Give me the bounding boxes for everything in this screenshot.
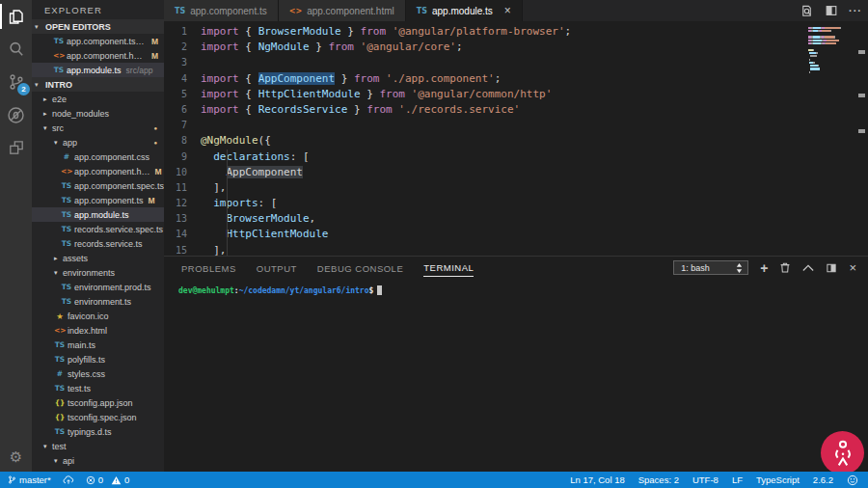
tab-close-icon[interactable]: × bbox=[504, 6, 511, 15]
panel-header: PROBLEMSOUTPUTDEBUG CONSOLETERMINAL 1: b… bbox=[164, 257, 868, 279]
line-number: 1 bbox=[164, 24, 201, 40]
git-modified-badge: M bbox=[151, 51, 158, 61]
tree-item[interactable]: ★favicon.ico bbox=[32, 309, 164, 323]
open-editor-item[interactable]: <>app.component.h…M bbox=[32, 48, 164, 63]
code-text: ], bbox=[201, 243, 227, 256]
folder-twisty-icon: ▸ bbox=[54, 255, 63, 262]
panel-tab-terminal[interactable]: TERMINAL bbox=[423, 258, 474, 277]
indentation-item[interactable]: Spaces: 2 bbox=[638, 474, 679, 485]
tree-item[interactable]: ▾api bbox=[32, 453, 164, 468]
split-terminal-icon[interactable] bbox=[826, 262, 837, 274]
version-item[interactable]: 2.6.2 bbox=[813, 474, 833, 485]
code-area: 1import { BrowserModule } from '@angular… bbox=[164, 24, 806, 256]
folder-twisty-icon: ▾ bbox=[54, 269, 63, 277]
tree-item[interactable]: ▾environments bbox=[32, 265, 164, 280]
feedback-smiley-icon[interactable] bbox=[847, 474, 858, 486]
file-search-icon[interactable] bbox=[800, 4, 814, 18]
tab-app.component.ts[interactable]: TSapp.component.ts bbox=[164, 0, 279, 21]
tree-item[interactable]: {}tsconfig.spec.json bbox=[32, 410, 164, 424]
file-label: main.ts bbox=[68, 340, 95, 350]
open-editors-header[interactable]: ▾ OPEN EDITORS bbox=[32, 19, 164, 34]
language-item[interactable]: TypeScript bbox=[756, 474, 800, 485]
panel-tab-debug-console[interactable]: DEBUG CONSOLE bbox=[317, 259, 403, 277]
git-branch-icon bbox=[8, 474, 16, 485]
search-icon[interactable] bbox=[0, 33, 32, 66]
code-line: 13 BrowserModule, bbox=[164, 211, 806, 227]
extensions-box-icon bbox=[8, 139, 25, 156]
more-actions-icon[interactable]: ··· bbox=[849, 5, 862, 16]
magnifier-icon bbox=[8, 41, 25, 58]
tree-item[interactable]: TSrecords.service.spec.ts bbox=[32, 222, 164, 236]
file-type-icon: <> bbox=[61, 167, 72, 176]
new-terminal-icon[interactable]: + bbox=[760, 260, 768, 276]
sync-icon[interactable] bbox=[63, 474, 74, 485]
tree-item[interactable]: TSapp.module.ts bbox=[32, 207, 164, 222]
file-label: typings.d.ts bbox=[68, 427, 112, 437]
encoding-item[interactable]: UTF-8 bbox=[692, 474, 719, 485]
tree-item[interactable]: TSapp.component.tsM bbox=[32, 193, 164, 207]
tree-item[interactable]: ▾test bbox=[32, 439, 164, 453]
explorer-icon[interactable] bbox=[0, 0, 32, 33]
open-editor-path: src/app bbox=[126, 66, 153, 75]
panel-tab-problems[interactable]: PROBLEMS bbox=[181, 259, 236, 277]
tab-app.module.ts[interactable]: TSapp.module.ts× bbox=[406, 0, 523, 21]
panel-tab-output[interactable]: OUTPUT bbox=[257, 259, 297, 277]
line-number: 7 bbox=[164, 118, 201, 133]
eol-item[interactable]: LF bbox=[732, 474, 743, 485]
folder-label: node_modules bbox=[52, 109, 109, 119]
warning-icon bbox=[111, 475, 122, 485]
tree-item[interactable]: TSenvironment.prod.ts bbox=[32, 280, 164, 294]
tree-item[interactable]: ▾src● bbox=[32, 121, 164, 135]
open-editor-item[interactable]: TSapp.component.ts…M bbox=[32, 34, 164, 48]
folder-label: e2e bbox=[52, 95, 67, 104]
folder-twisty-icon: ▸ bbox=[43, 95, 52, 103]
kill-terminal-icon[interactable] bbox=[779, 261, 791, 274]
code-line: 6import { RecordsService } from './recor… bbox=[164, 102, 806, 118]
problems-item[interactable]: 0 0 bbox=[86, 474, 130, 485]
extensions-icon[interactable] bbox=[0, 131, 32, 164]
tree-item[interactable]: TSrecords.service.ts bbox=[32, 236, 164, 251]
split-editor-icon[interactable] bbox=[825, 4, 838, 17]
file-type-icon: # bbox=[54, 369, 66, 378]
tree-item[interactable]: #app.component.css bbox=[32, 149, 164, 164]
tree-item[interactable]: ▸assets bbox=[32, 251, 164, 265]
tree-item[interactable]: <>index.html bbox=[32, 323, 164, 338]
tree-item[interactable]: TStest.ts bbox=[32, 381, 164, 395]
tree-item[interactable]: TSapp.component.spec.ts bbox=[32, 178, 164, 193]
file-type-icon: TS bbox=[53, 37, 65, 45]
folder-label: src bbox=[52, 123, 64, 133]
tree-item[interactable]: <>app.component.h…M bbox=[32, 164, 164, 178]
folder-twisty-icon: ▾ bbox=[43, 124, 52, 132]
file-type-icon: TS bbox=[61, 225, 72, 233]
tree-item[interactable]: ▸e2e bbox=[32, 92, 164, 106]
minimap[interactable] bbox=[808, 26, 853, 73]
tree-item[interactable]: TSpolyfills.ts bbox=[32, 352, 164, 366]
close-panel-icon[interactable]: × bbox=[849, 260, 856, 275]
terminal[interactable]: dev@mehulmpt:~/codedamn/yt/angular6/intr… bbox=[164, 279, 868, 295]
tree-item[interactable]: #styles.css bbox=[32, 366, 164, 381]
settings-gear-icon[interactable]: ⚙ bbox=[0, 448, 32, 466]
maximize-panel-icon[interactable] bbox=[802, 263, 814, 272]
shell-selector[interactable]: 1: bash bbox=[673, 260, 748, 275]
open-editor-item[interactable]: TSapp.module.tssrc/app bbox=[32, 63, 164, 77]
tree-item[interactable]: TSmain.ts bbox=[32, 338, 164, 352]
tree-item[interactable]: ▸node_modules bbox=[32, 106, 164, 121]
branch-item[interactable]: master* bbox=[8, 474, 51, 485]
code-line: 9 declarations: [ bbox=[164, 149, 806, 165]
code-text: ], bbox=[201, 180, 227, 196]
tab-app.component.html[interactable]: <>app.component.html bbox=[279, 0, 406, 21]
project-header[interactable]: ▾ INTRO bbox=[32, 77, 164, 92]
tree-item[interactable]: TStypings.d.ts bbox=[32, 424, 164, 439]
code-line: 10 AppComponent bbox=[164, 165, 806, 180]
tab-bar: TSapp.component.ts<>app.component.htmlTS… bbox=[164, 0, 868, 21]
line-number: 5 bbox=[164, 87, 201, 102]
line-number: 4 bbox=[164, 71, 201, 87]
file-type-icon: TS bbox=[61, 297, 72, 306]
debug-icon[interactable] bbox=[0, 98, 32, 131]
tree-item[interactable]: ▾app● bbox=[32, 135, 164, 149]
source-control-icon[interactable]: 2 bbox=[0, 66, 32, 98]
editor[interactable]: 1import { BrowserModule } from '@angular… bbox=[164, 21, 868, 256]
line-col-item[interactable]: Ln 17, Col 18 bbox=[570, 474, 625, 485]
tree-item[interactable]: TSenvironment.ts bbox=[32, 294, 164, 309]
tree-item[interactable]: {}tsconfig.app.json bbox=[32, 395, 164, 410]
